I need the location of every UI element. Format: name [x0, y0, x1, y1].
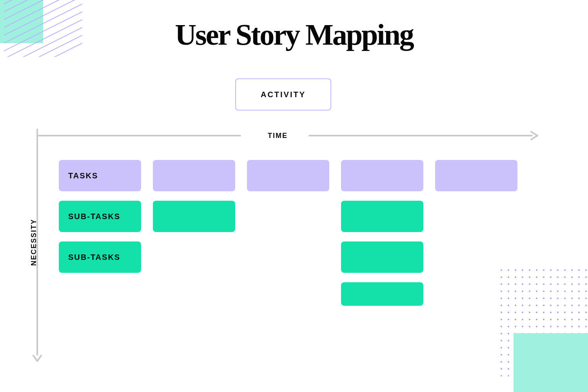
subtask-card: SUB-TASKS [59, 241, 141, 273]
card-label: SUB-TASKS [68, 212, 120, 221]
card-label: TASKS [68, 171, 98, 180]
diagram-canvas: User Story Mapping ACTIVITY TIME NECESSI… [0, 0, 588, 392]
page-title-text: User Story Mapping [175, 18, 413, 51]
arrow-down-icon [32, 352, 43, 363]
activity-label: ACTIVITY [261, 90, 306, 99]
task-card [341, 160, 423, 191]
subtask-card [341, 241, 423, 273]
subtask-card: SUB-TASKS [59, 201, 141, 232]
arrow-right-icon [530, 130, 541, 141]
story-map-grid: TASKSSUB-TASKSSUB-TASKS [59, 160, 541, 314]
subtask-card [341, 201, 423, 232]
axis-time-line-right [309, 135, 533, 136]
axis-time: TIME [37, 129, 539, 145]
axis-time-line-left [37, 135, 241, 136]
subtask-card [153, 201, 235, 232]
task-card [247, 160, 329, 191]
page-title: User Story Mapping [0, 18, 588, 52]
subtask-card [341, 282, 423, 306]
decoration-mint-square-bottom [514, 333, 588, 392]
axis-necessity: NECESSITY [31, 129, 47, 362]
task-card [153, 160, 235, 191]
task-card [435, 160, 517, 191]
axis-time-label: TIME [268, 132, 288, 140]
card-label: SUB-TASKS [68, 253, 120, 262]
axis-necessity-label: NECESSITY [30, 219, 38, 266]
task-card: TASKS [59, 160, 141, 191]
activity-box: ACTIVITY [235, 78, 331, 111]
